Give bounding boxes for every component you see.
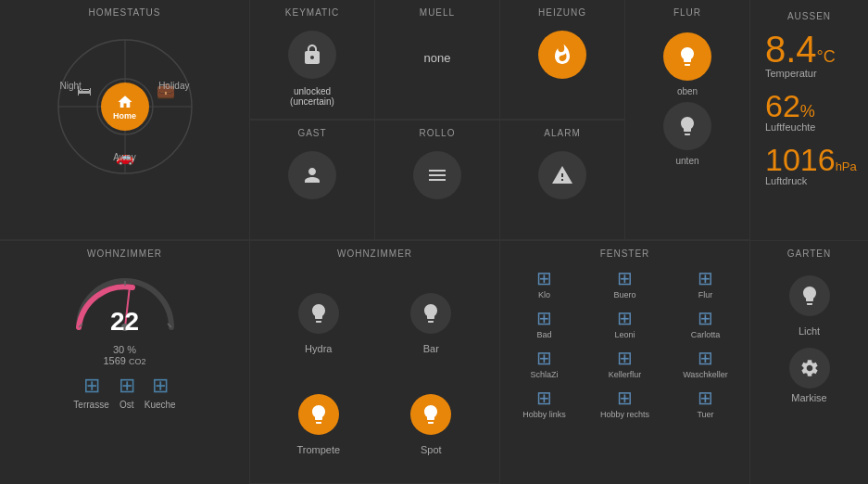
win-label-ost: Ost <box>120 400 134 410</box>
win-icon-hobby-links: ⊞ <box>536 387 552 409</box>
fenster-waschkeller[interactable]: ⊞ Waschkeller <box>667 344 744 382</box>
lock-icon <box>301 44 323 66</box>
fenster-klo[interactable]: ⊞ Klo <box>506 264 583 302</box>
home-icon <box>117 94 133 110</box>
fenster-grid: ⊞ Klo ⊞ Buero ⊞ Flur ⊞ Bad ⊞ Leoni ⊞ Car… <box>506 264 744 422</box>
keymatic-tile: KEYMATIC unlocked (uncertain) <box>250 0 374 120</box>
fenster-tuer[interactable]: ⊞ Tuer <box>667 384 744 422</box>
fenster-label-leoni: Leoni <box>614 330 635 339</box>
wohnzimmer-lights-tile: WOHNZIMMER Hydra Bar <box>250 241 500 484</box>
fenster-label-hobby-links: Hobby links <box>522 410 566 419</box>
fenster-flur[interactable]: ⊞ Flur <box>667 264 744 302</box>
bulb-garten <box>799 285 821 307</box>
win-icon-terrasse: ⊞ <box>83 374 100 398</box>
rollo-title: ROLLO <box>381 128 494 138</box>
flur-title: FLUR <box>631 7 744 18</box>
win-icon-flur: ⊞ <box>698 267 713 289</box>
wohnzimmer-left-tile: WOHNZIMMER 22 30 % 1569 CO2 <box>0 241 250 484</box>
heizung-icon-circle[interactable] <box>538 31 586 79</box>
garten-licht-label: Licht <box>799 325 820 337</box>
wohnzimmer-percent: 30 % <box>113 344 136 355</box>
humidity-row: 62% <box>765 90 853 121</box>
alarm-title: ALARM <box>506 128 619 138</box>
win-icon-bad: ⊞ <box>536 307 552 329</box>
gauge-value: 22 <box>110 307 139 337</box>
win-icon-leoni: ⊞ <box>617 307 633 329</box>
hydra-label: Hydra <box>305 343 332 354</box>
fenster-label-waschkeller: Waschkeller <box>683 370 728 379</box>
fenster-hobby-links[interactable]: ⊞ Hobby links <box>506 384 583 422</box>
fenster-leoni[interactable]: ⊞ Leoni <box>586 304 663 342</box>
rollo-tile: ROLLO <box>375 120 499 240</box>
keymatic-icon-circle[interactable] <box>288 31 336 79</box>
alarm-icon-circle[interactable] <box>538 151 586 199</box>
fenster-tile: FENSTER ⊞ Klo ⊞ Buero ⊞ Flur ⊞ Bad ⊞ Leo… <box>500 241 750 484</box>
windows-row: ⊞ Terrasse ⊞ Ost ⊞ Kueche <box>73 374 175 410</box>
homestatus-wheel[interactable]: 🛏 💼 🚗 Night Holiday Away Home <box>51 32 199 181</box>
win-icon-schlazi: ⊞ <box>536 347 552 369</box>
fenster-title: FENSTER <box>506 248 744 259</box>
win-icon-kellerflur: ⊞ <box>617 347 633 369</box>
flame-icon <box>551 44 573 66</box>
gast-title: GAST <box>256 128 369 138</box>
co2-value: 1569 <box>103 355 125 366</box>
fenster-label-tuer: Tuer <box>697 410 713 419</box>
flur-unten-icon[interactable] <box>663 102 711 150</box>
fenster-label-hobby-rechts: Hobby rechts <box>600 410 649 419</box>
win-icon-ost: ⊞ <box>119 374 135 398</box>
percent-unit: % <box>127 344 136 355</box>
fenster-label-flur: Flur <box>698 290 713 299</box>
wohnzimmer-lights-title: WOHNZIMMER <box>258 248 492 259</box>
bulb-hydra <box>308 302 330 325</box>
fenster-bad[interactable]: ⊞ Bad <box>506 304 583 342</box>
win-kueche[interactable]: ⊞ Kueche <box>145 374 176 410</box>
temp-unit: °C <box>817 47 836 66</box>
light-hydra[interactable]: Hydra <box>265 272 372 367</box>
fenster-carlotta[interactable]: ⊞ Carlotta <box>667 304 744 342</box>
win-label-kueche: Kueche <box>145 400 176 410</box>
humidity-label: Luftfeuchte <box>765 121 853 133</box>
win-terrasse[interactable]: ⊞ Terrasse <box>73 374 108 410</box>
fenster-label-kellerflur: Kellerflur <box>609 370 642 379</box>
person-icon <box>301 164 323 186</box>
flur-unten-label: unten <box>675 156 698 166</box>
gast-icon-circle[interactable] <box>288 151 336 199</box>
fenster-label-bad: Bad <box>536 330 551 339</box>
light-spot[interactable]: Spot <box>378 373 485 468</box>
light-bar[interactable]: Bar <box>378 272 485 367</box>
pressure-unit: hPa <box>836 159 857 173</box>
win-ost[interactable]: ⊞ Ost <box>119 374 135 410</box>
light-trompete[interactable]: Trompete <box>265 373 372 468</box>
heizung-tile: HEIZUNG <box>500 0 624 120</box>
warning-icon <box>551 164 573 186</box>
flur-tile: FLUR oben unten <box>625 0 750 240</box>
fenster-kellerflur[interactable]: ⊞ Kellerflur <box>586 344 663 382</box>
home-label: Home <box>113 111 136 121</box>
keymatic-column: KEYMATIC unlocked (uncertain) GAST <box>250 0 375 240</box>
bulb-trompete <box>308 403 330 426</box>
fenster-schlazi[interactable]: ⊞ SchlaZi <box>506 344 583 382</box>
label-home[interactable]: Home <box>101 83 149 131</box>
trompete-icon-circle <box>298 394 339 435</box>
muell-title: MUELL <box>381 7 494 18</box>
win-icon-hobby-rechts: ⊞ <box>617 387 633 409</box>
win-icon-buero: ⊞ <box>617 267 633 289</box>
hydra-icon-circle <box>298 293 339 334</box>
fenster-buero[interactable]: ⊞ Buero <box>586 264 663 302</box>
homestatus-tile: HOMESTATUS 🛏 💼 🚗 Night Holiday Away <box>0 0 250 240</box>
rollo-icon-circle[interactable] <box>413 151 461 199</box>
fenster-label-carlotta: Carlotta <box>691 330 721 339</box>
label-away: Away <box>113 152 135 162</box>
garten-markise[interactable]: Markise <box>789 348 830 403</box>
spot-label: Spot <box>421 444 442 455</box>
bulb-spot <box>420 403 442 426</box>
garten-licht[interactable]: Licht <box>789 268 830 337</box>
flur-oben-icon[interactable] <box>663 32 711 81</box>
aussen-title: AUSSEN <box>765 11 853 21</box>
gast-tile: GAST <box>250 120 374 240</box>
heizung-column: HEIZUNG ALARM <box>500 0 625 240</box>
win-icon-tuer: ⊞ <box>698 387 713 409</box>
muell-value: none <box>424 51 451 65</box>
fenster-hobby-rechts[interactable]: ⊞ Hobby rechts <box>586 384 663 422</box>
menu-icon <box>426 164 448 186</box>
